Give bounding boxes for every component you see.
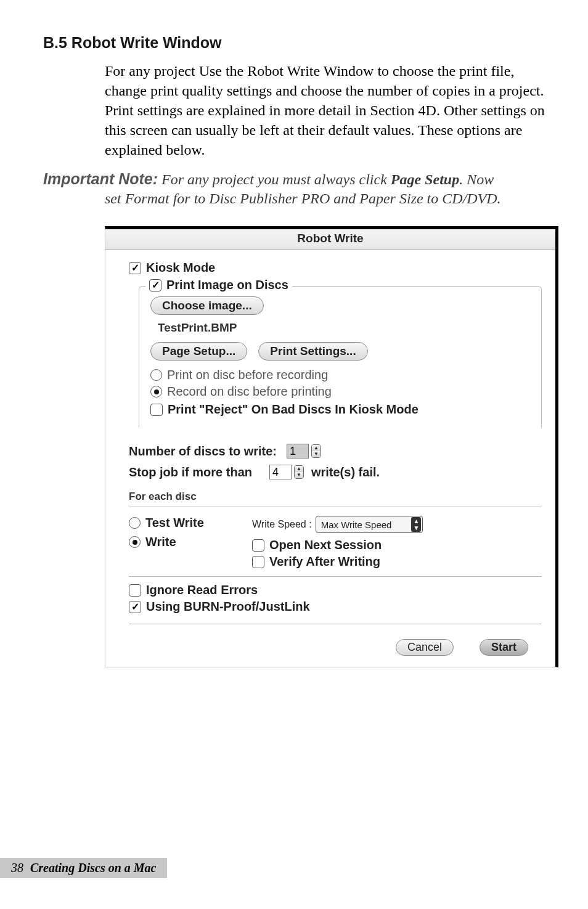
chapter-title: Creating Discs on a Mac: [30, 861, 156, 874]
write-speed-label: Write Speed :: [252, 519, 312, 530]
note-line-2: set Format for to Disc Publisher PRO and…: [105, 189, 545, 209]
page-setup-button[interactable]: Page Setup...: [150, 342, 247, 361]
chevron-down-icon: ▼: [295, 472, 303, 478]
open-next-session-checkbox[interactable]: [252, 539, 264, 552]
verify-after-writing-checkbox[interactable]: [252, 556, 264, 568]
note-page-setup-strong: Page Setup: [391, 171, 459, 187]
chevron-up-icon: ▲: [295, 466, 303, 472]
kiosk-mode-checkbox[interactable]: [129, 262, 141, 274]
start-button[interactable]: Start: [480, 639, 528, 656]
print-before-label: Print on disc before recording: [167, 368, 328, 382]
section-heading: B.5 Robot Write Window: [43, 34, 545, 52]
stop-job-label-a: Stop job if more than: [129, 465, 252, 479]
note-line-1a: For any project you must always click: [161, 171, 391, 187]
for-each-disc-label: For each disc: [129, 491, 542, 503]
write-speed-value: Max Write Speed: [321, 520, 392, 530]
dialog-title: Robot Write: [105, 229, 555, 250]
robot-write-dialog: Robot Write Kiosk Mode Print Image on Di…: [105, 226, 558, 667]
verify-after-writing-label: Verify After Writing: [269, 555, 380, 569]
dropdown-arrows-icon: ▲▼: [411, 517, 421, 532]
chevron-up-icon: ▲: [312, 445, 321, 451]
num-discs-label: Number of discs to write:: [129, 444, 277, 459]
stop-job-label-b: write(s) fail.: [311, 465, 380, 479]
open-next-session-label: Open Next Session: [269, 538, 382, 552]
section-paragraph: For any project Use the Robot Write Wind…: [105, 62, 545, 160]
print-reject-label: Print "Reject" On Bad Discs In Kiosk Mod…: [168, 402, 419, 417]
write-radio[interactable]: [129, 536, 141, 548]
print-image-label: Print Image on Discs: [166, 278, 288, 292]
test-write-radio[interactable]: [129, 517, 141, 529]
note-line-1b: . Now: [459, 171, 494, 187]
test-write-label: Test Write: [145, 516, 204, 530]
ignore-read-errors-label: Ignore Read Errors: [146, 583, 258, 597]
record-before-radio[interactable]: [150, 386, 162, 397]
note-prefix: Important Note:: [43, 170, 158, 187]
num-discs-stepper[interactable]: ▲▼: [311, 444, 321, 458]
kiosk-mode-label: Kiosk Mode: [146, 261, 215, 275]
stop-job-stepper[interactable]: ▲▼: [294, 465, 304, 479]
print-settings-button[interactable]: Print Settings...: [258, 342, 367, 361]
write-speed-dropdown[interactable]: Max Write Speed ▲▼: [316, 516, 423, 533]
write-label: Write: [145, 535, 176, 549]
record-before-label: Record on disc before printing: [167, 385, 332, 399]
print-image-checkbox[interactable]: [149, 279, 161, 291]
num-discs-input[interactable]: [287, 444, 309, 459]
important-note: Important Note: For any project you must…: [43, 169, 545, 190]
print-reject-checkbox[interactable]: [150, 404, 163, 416]
ignore-read-errors-checkbox[interactable]: [129, 584, 141, 597]
burn-proof-checkbox[interactable]: [129, 601, 141, 613]
chosen-filename: TestPrint.BMP: [158, 321, 530, 335]
print-before-radio[interactable]: [150, 369, 162, 381]
choose-image-button[interactable]: Choose image...: [150, 296, 264, 315]
stop-job-input[interactable]: [269, 465, 292, 479]
cancel-button[interactable]: Cancel: [396, 639, 454, 656]
burn-proof-label: Using BURN-Proof/JustLink: [146, 600, 310, 614]
chevron-down-icon: ▼: [312, 451, 321, 457]
page-number: 38: [11, 861, 23, 874]
footer: 38 Creating Discs on a Mac: [0, 858, 167, 878]
